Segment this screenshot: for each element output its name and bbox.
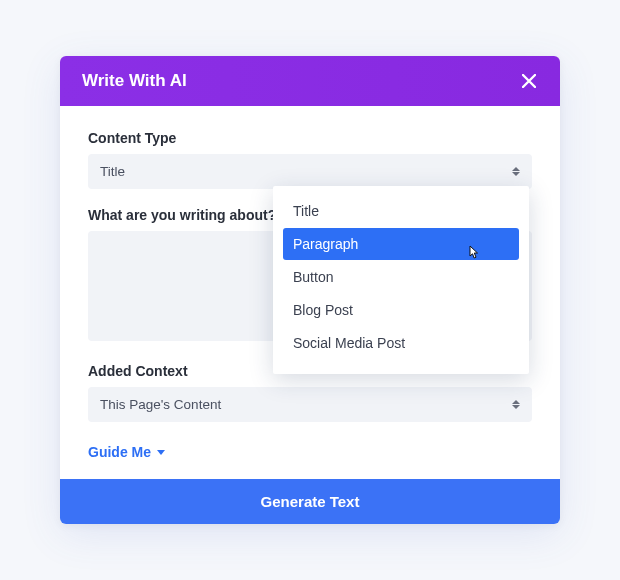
content-type-label: Content Type	[88, 130, 532, 146]
chevron-down-icon	[157, 450, 165, 455]
content-type-dropdown: Title Paragraph Button Blog Post Social …	[273, 186, 529, 374]
content-type-value: Title	[100, 164, 125, 179]
dropdown-option-button[interactable]: Button	[283, 261, 519, 293]
write-with-ai-modal: Write With AI Content Type Title Title P…	[60, 56, 560, 524]
modal-body: Content Type Title Title Paragraph Butto…	[60, 106, 560, 479]
content-type-field: Content Type Title	[88, 130, 532, 189]
added-context-value: This Page's Content	[100, 397, 221, 412]
close-icon[interactable]	[520, 72, 538, 90]
select-caret-icon	[512, 166, 522, 178]
generate-text-button[interactable]: Generate Text	[60, 479, 560, 524]
dropdown-option-paragraph[interactable]: Paragraph	[283, 228, 519, 260]
modal-title: Write With AI	[82, 71, 187, 91]
modal-header: Write With AI	[60, 56, 560, 106]
dropdown-option-social-media-post[interactable]: Social Media Post	[283, 327, 519, 359]
cursor-pointer-icon	[465, 245, 481, 261]
content-type-select[interactable]: Title	[88, 154, 532, 189]
select-caret-icon	[512, 399, 522, 411]
dropdown-option-blog-post[interactable]: Blog Post	[283, 294, 519, 326]
guide-me-link[interactable]: Guide Me	[88, 444, 165, 460]
guide-me-label: Guide Me	[88, 444, 151, 460]
added-context-select[interactable]: This Page's Content	[88, 387, 532, 422]
dropdown-option-title[interactable]: Title	[283, 195, 519, 227]
